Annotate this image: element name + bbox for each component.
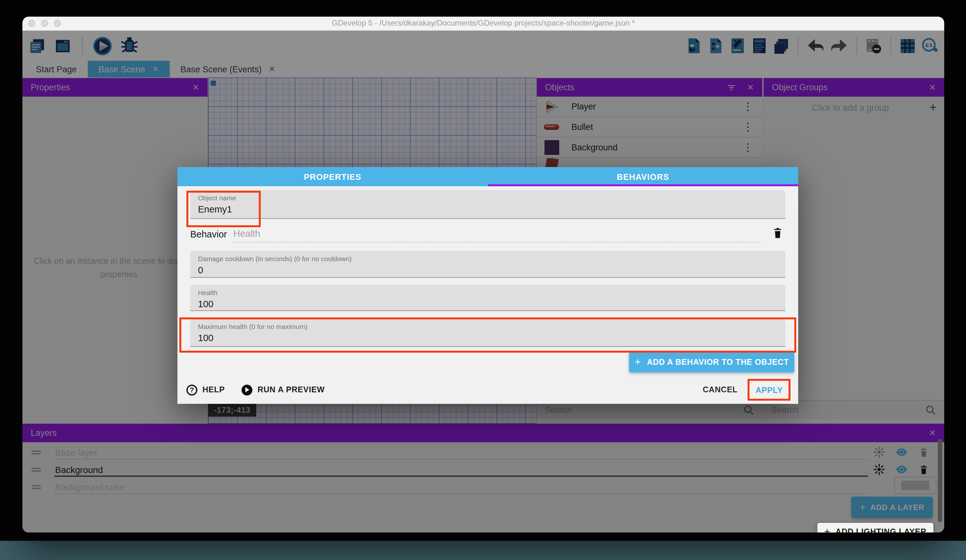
plus-icon: + <box>824 526 831 532</box>
annotation-maximum-health <box>179 318 796 353</box>
help-button[interactable]: ? HELP <box>186 384 225 395</box>
apply-button[interactable]: APPLY <box>756 386 783 395</box>
behavior-name-input[interactable]: Health <box>233 228 761 242</box>
close-window-button[interactable] <box>28 20 35 27</box>
run-preview-button[interactable]: RUN A PREVIEW <box>242 384 325 395</box>
gdevelop-window: GDevelop 5 - /Users/dkarakay/Documents/G… <box>22 16 944 532</box>
add-behavior-button[interactable]: + ADD A BEHAVIOR TO THE OBJECT <box>629 351 794 372</box>
behavior-label: Behavior <box>190 229 227 242</box>
play-icon <box>242 384 252 395</box>
object-name-label: Object name <box>198 194 778 201</box>
object-name-field[interactable]: Object name Enemy1 <box>190 190 785 219</box>
screenshot-stage: GDevelop 5 - /Users/dkarakay/Documents/G… <box>0 0 966 560</box>
trash-icon <box>771 226 784 239</box>
plus-icon: + <box>634 355 641 368</box>
dialog-tabs: PROPERTIES BEHAVIORS <box>177 167 798 186</box>
traffic-lights <box>28 20 61 27</box>
dialog-footer: ? HELP RUN A PREVIEW CANCEL APPLY <box>186 380 790 400</box>
delete-behavior-button[interactable] <box>770 226 785 242</box>
annotation-object-name <box>186 191 261 227</box>
tab-behaviors[interactable]: BEHAVIORS <box>488 167 798 186</box>
health-field[interactable]: Health 100 <box>190 285 785 311</box>
minimize-window-button[interactable] <box>41 20 48 27</box>
object-name-value[interactable]: Enemy1 <box>198 204 778 215</box>
object-editor-dialog: PROPERTIES BEHAVIORS Object name Enemy1 … <box>177 167 798 404</box>
behavior-row: Behavior Health <box>190 227 785 242</box>
damage-cooldown-field[interactable]: Damage cooldown (in seconds) (0 for no c… <box>190 251 785 278</box>
add-lighting-layer-button[interactable]: + ADD LIGHTING LAYER <box>817 523 933 532</box>
tab-properties[interactable]: PROPERTIES <box>177 167 488 186</box>
titlebar: GDevelop 5 - /Users/dkarakay/Documents/G… <box>22 16 944 31</box>
cancel-button[interactable]: CANCEL <box>703 385 738 394</box>
zoom-window-button[interactable] <box>54 20 61 27</box>
desktop-background <box>0 541 966 560</box>
apply-annotation-box: APPLY <box>748 379 790 401</box>
window-title: GDevelop 5 - /Users/dkarakay/Documents/G… <box>22 16 944 30</box>
help-icon: ? <box>186 384 197 395</box>
